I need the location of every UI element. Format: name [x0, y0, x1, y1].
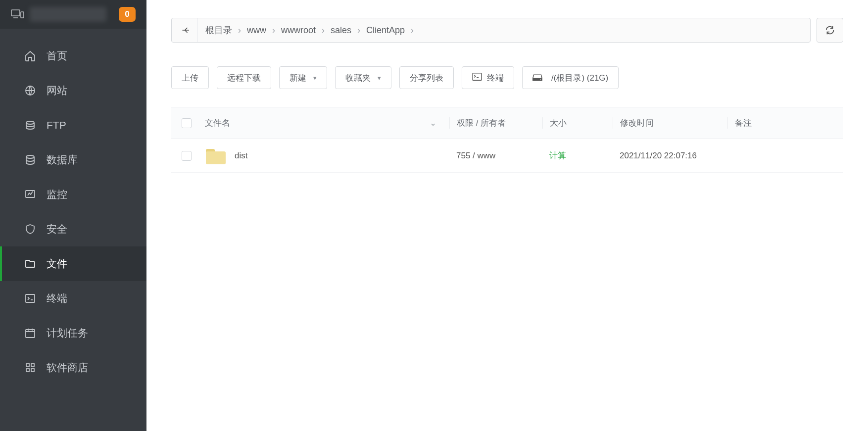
chevron-right-icon: › — [410, 25, 415, 36]
sidebar-item-terminal[interactable]: 终端 — [0, 281, 146, 316]
file-permission: 755 / www — [456, 151, 495, 160]
chevron-right-icon: › — [321, 25, 326, 36]
sidebar-item-cron[interactable]: 计划任务 — [0, 316, 146, 350]
breadcrumb-item[interactable]: ClientApp — [361, 18, 410, 42]
sidebar: 0 首页 网站 FTP 数据库 — [0, 0, 146, 431]
notification-badge[interactable]: 0 — [119, 7, 136, 22]
svg-rect-10 — [26, 369, 29, 372]
btn-label: /(根目录) (21G) — [551, 72, 608, 84]
sidebar-item-label: 软件商店 — [47, 361, 88, 375]
folder-icon — [206, 147, 226, 164]
col-header-perm[interactable]: 权限 / 所有者 — [449, 117, 542, 129]
col-header-label: 备注 — [735, 118, 752, 128]
compute-size-link[interactable]: 计算 — [549, 151, 566, 160]
sidebar-item-label: 安全 — [47, 222, 67, 236]
disk-icon — [532, 74, 542, 82]
terminal-icon — [472, 73, 482, 83]
calendar-icon — [24, 327, 37, 339]
new-button[interactable]: 新建▾ — [279, 66, 327, 89]
col-header-label: 大小 — [550, 118, 567, 128]
main-content: 根目录 › www › wwwroot › sales › ClientApp … — [146, 0, 868, 431]
back-button[interactable] — [175, 18, 197, 42]
breadcrumbs: 根目录 › www › wwwroot › sales › ClientApp … — [197, 18, 415, 42]
col-header-name[interactable]: 文件名 ⌄ — [202, 117, 449, 129]
disk-button[interactable]: /(根目录) (21G) — [522, 66, 619, 89]
select-all-checkbox[interactable] — [182, 118, 192, 128]
svg-point-14 — [540, 79, 541, 80]
file-modified-time: 2021/11/20 22:07:16 — [620, 151, 697, 160]
sidebar-item-security[interactable]: 安全 — [0, 212, 146, 246]
sidebar-item-label: 监控 — [47, 188, 67, 201]
remote-download-button[interactable]: 远程下载 — [217, 66, 271, 89]
breadcrumb-bar: 根目录 › www › wwwroot › sales › ClientApp … — [171, 18, 843, 43]
shield-icon — [24, 223, 37, 236]
chevron-right-icon: › — [356, 25, 361, 36]
table-row[interactable]: dist 755 / www 计算 2021/11/20 22:07:16 — [171, 139, 843, 173]
globe-icon — [24, 84, 37, 97]
terminal-button[interactable]: 终端 — [462, 66, 514, 89]
col-header-size[interactable]: 大小 — [542, 117, 613, 129]
col-header-note[interactable]: 备注 — [727, 117, 843, 129]
chevron-right-icon: › — [237, 25, 242, 36]
apps-icon — [24, 361, 37, 374]
device-icon — [11, 9, 25, 20]
upload-button[interactable]: 上传 — [171, 66, 209, 89]
chevron-down-icon: ▾ — [378, 74, 381, 82]
btn-label: 远程下载 — [227, 72, 261, 84]
terminal-icon — [24, 292, 37, 305]
sidebar-item-label: 首页 — [47, 49, 67, 63]
sidebar-item-label: 文件 — [47, 257, 67, 271]
sidebar-item-ftp[interactable]: FTP — [0, 108, 146, 143]
chevron-right-icon: › — [271, 25, 276, 36]
sidebar-item-label: 终端 — [47, 291, 67, 305]
col-header-time[interactable]: 修改时间 — [613, 117, 727, 129]
chevron-down-icon: ▾ — [313, 74, 317, 82]
col-header-label: 文件名 — [205, 117, 230, 129]
share-list-button[interactable]: 分享列表 — [399, 66, 454, 89]
monitor-icon — [24, 188, 37, 201]
breadcrumb-item[interactable]: www — [242, 18, 271, 42]
svg-rect-12 — [473, 73, 482, 80]
svg-rect-1 — [21, 12, 24, 18]
svg-rect-0 — [11, 10, 20, 16]
sidebar-item-label: 数据库 — [47, 153, 78, 167]
col-header-label: 修改时间 — [620, 118, 654, 128]
sidebar-item-site[interactable]: 网站 — [0, 73, 146, 108]
svg-point-3 — [26, 121, 34, 124]
sidebar-item-home[interactable]: 首页 — [0, 39, 146, 73]
breadcrumb-item[interactable]: 根目录 — [200, 18, 237, 42]
file-name: dist — [235, 151, 247, 161]
sidebar-nav: 首页 网站 FTP 数据库 监控 — [0, 29, 146, 385]
btn-label: 终端 — [487, 72, 504, 84]
ftp-icon — [24, 119, 37, 132]
favorites-button[interactable]: 收藏夹▾ — [335, 66, 391, 89]
home-icon — [24, 49, 37, 62]
breadcrumb-box: 根目录 › www › wwwroot › sales › ClientApp … — [171, 18, 811, 43]
sidebar-item-database[interactable]: 数据库 — [0, 143, 146, 177]
svg-rect-9 — [31, 364, 34, 367]
breadcrumb-item[interactable]: wwwroot — [276, 18, 321, 42]
row-checkbox[interactable] — [182, 151, 192, 161]
svg-rect-8 — [26, 364, 29, 367]
btn-label: 新建 — [289, 72, 306, 84]
svg-rect-7 — [26, 330, 35, 337]
sort-icon: ⌄ — [430, 118, 436, 128]
sidebar-item-label: 计划任务 — [47, 326, 88, 340]
btn-label: 分享列表 — [410, 72, 443, 84]
sidebar-item-label: 网站 — [47, 84, 67, 97]
btn-label: 上传 — [182, 72, 198, 84]
svg-rect-11 — [31, 369, 34, 372]
breadcrumb-item[interactable]: sales — [326, 18, 356, 42]
table-header: 文件名 ⌄ 权限 / 所有者 大小 修改时间 备注 — [171, 107, 843, 139]
sidebar-item-monitor[interactable]: 监控 — [0, 177, 146, 212]
svg-point-4 — [26, 155, 34, 158]
refresh-button[interactable] — [817, 18, 843, 43]
sidebar-item-files[interactable]: 文件 — [0, 246, 146, 281]
folder-icon — [24, 257, 37, 270]
row-name-cell[interactable]: dist — [202, 147, 449, 164]
sidebar-item-label: FTP — [47, 119, 66, 131]
database-icon — [24, 153, 37, 166]
sidebar-item-appstore[interactable]: 软件商店 — [0, 350, 146, 385]
file-table: 文件名 ⌄ 权限 / 所有者 大小 修改时间 备注 dist 755 / www… — [171, 107, 843, 173]
svg-rect-6 — [26, 294, 35, 302]
